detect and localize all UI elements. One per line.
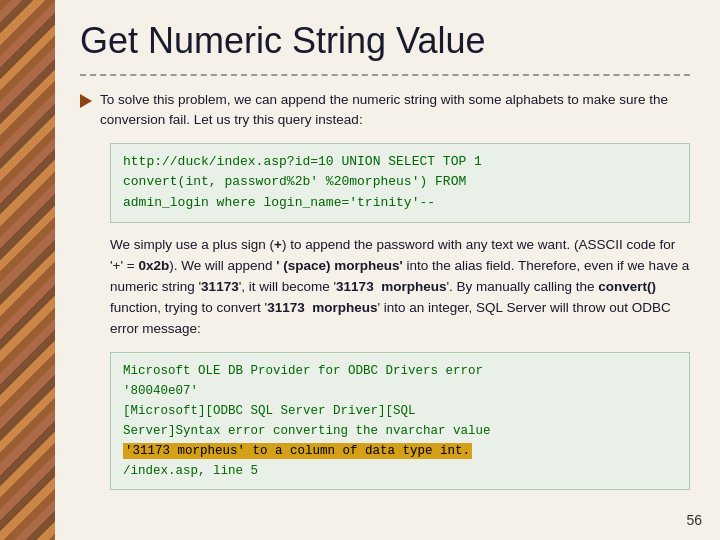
- error-line-6: /index.asp, line 5: [123, 461, 677, 481]
- bullet-text-1: To solve this problem, we can append the…: [100, 90, 690, 131]
- error-line-3: [Microsoft][ODBC SQL Server Driver][SQL: [123, 401, 677, 421]
- error-line-1: Microsoft OLE DB Provider for ODBC Drive…: [123, 361, 677, 381]
- code-line-1: http://duck/index.asp?id=10 UNION SELECT…: [123, 152, 677, 173]
- code-line-3: admin_login where login_name='trinity'--: [123, 193, 677, 214]
- code-box-1: http://duck/index.asp?id=10 UNION SELECT…: [110, 143, 690, 223]
- error-line-4: Server]Syntax error converting the nvarc…: [123, 421, 677, 441]
- body-text-1: We simply use a plus sign (+) to append …: [110, 235, 690, 340]
- page-number: 56: [686, 512, 702, 528]
- bullet-arrow-icon: [80, 94, 92, 108]
- decorative-border: [0, 0, 55, 540]
- code-line-2: convert(int, password%2b' %20morpheus') …: [123, 172, 677, 193]
- error-line-2: '80040e07': [123, 381, 677, 401]
- highlight-span: '31173 morpheus' to a column of data typ…: [123, 443, 472, 459]
- page-title: Get Numeric String Value: [80, 20, 690, 62]
- divider: [80, 74, 690, 76]
- error-box: Microsoft OLE DB Provider for ODBC Drive…: [110, 352, 690, 490]
- bullet-section-1: To solve this problem, we can append the…: [80, 90, 690, 131]
- main-content: Get Numeric String Value To solve this p…: [55, 0, 720, 540]
- error-line-5: '31173 morpheus' to a column of data typ…: [123, 441, 677, 461]
